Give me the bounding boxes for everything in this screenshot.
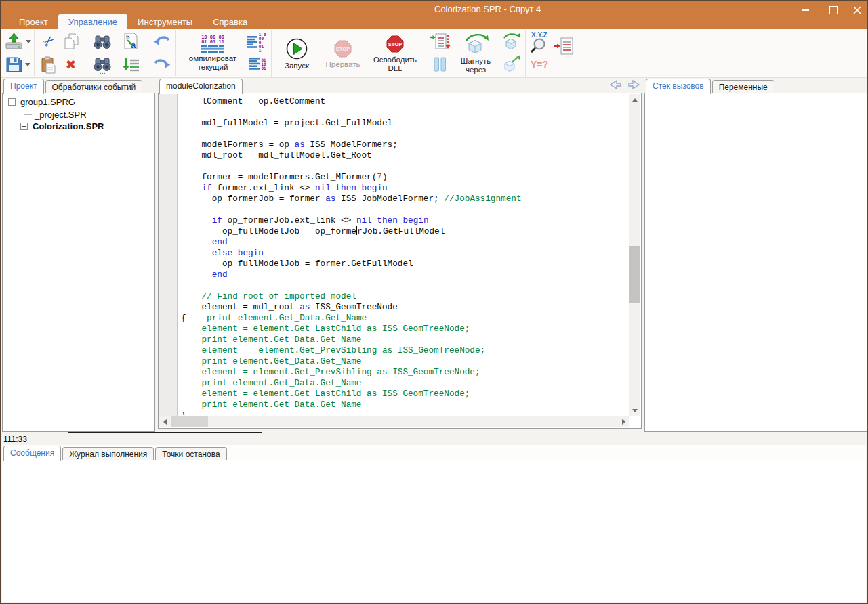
compile-icon: 10 00 0001 01 11 bbox=[201, 35, 224, 53]
goto-line-button[interactable] bbox=[120, 53, 142, 75]
compile-current-label: омпилироват текущий bbox=[185, 54, 241, 72]
tab-project[interactable]: Проект bbox=[3, 79, 44, 94]
break-button[interactable]: STOP Прервать bbox=[319, 37, 367, 70]
run-button[interactable]: Запуск bbox=[274, 36, 319, 71]
break-label: Прервать bbox=[326, 60, 360, 69]
run-to-cursor-cube-icon bbox=[501, 54, 522, 74]
stop-faded-icon: STOP bbox=[332, 38, 354, 60]
copy-button[interactable] bbox=[60, 30, 82, 52]
scroll-right-button[interactable] bbox=[618, 416, 629, 427]
replace-button[interactable]: b a bbox=[120, 30, 142, 52]
stop-red-icon: STOP bbox=[384, 33, 406, 55]
nav-back-icon[interactable] bbox=[609, 79, 622, 90]
tab-event-handlers[interactable]: Обработчики событий bbox=[45, 80, 143, 93]
run-icon bbox=[285, 37, 309, 61]
import-drive-icon bbox=[5, 33, 24, 50]
toolbar-group-inspect: X.Y.Z Y=? bbox=[526, 30, 580, 77]
vscroll-thumb[interactable] bbox=[629, 246, 640, 303]
paste-button[interactable] bbox=[38, 53, 60, 75]
goto-line-icon bbox=[122, 56, 140, 73]
watch-doc-icon bbox=[552, 37, 575, 58]
minimize-icon bbox=[802, 9, 809, 11]
find-button[interactable] bbox=[91, 30, 113, 52]
editor-vscrollbar[interactable] bbox=[629, 94, 640, 416]
delete-button[interactable]: ✖ bbox=[60, 53, 82, 75]
undo-button[interactable] bbox=[151, 30, 173, 52]
import-dropdown-caret[interactable] bbox=[26, 40, 31, 43]
nav-forward-icon[interactable] bbox=[627, 79, 640, 90]
undo-icon bbox=[152, 33, 171, 49]
toolbar-group-edit: ✂ ✖ bbox=[35, 30, 85, 77]
step-into-button[interactable] bbox=[429, 31, 451, 53]
save-icon bbox=[5, 56, 23, 73]
compile-all-button[interactable]: 1 000 001 1 bbox=[247, 32, 268, 53]
splitter-handle[interactable] bbox=[68, 432, 262, 433]
tab-call-stack[interactable]: Стек вызовов bbox=[646, 79, 711, 94]
minimize-button[interactable] bbox=[793, 3, 817, 17]
cut-button[interactable]: ✂ bbox=[38, 30, 60, 52]
tree-item-project-spr[interactable]: _project.SPR bbox=[35, 110, 87, 120]
hscroll-thumb[interactable] bbox=[171, 416, 208, 427]
scroll-down-button[interactable] bbox=[629, 405, 640, 416]
compile-current-button[interactable]: 10 00 0001 01 11 омпилироват текущий bbox=[179, 35, 247, 72]
maximize-button[interactable] bbox=[822, 3, 845, 17]
release-dll-button[interactable]: STOP Освободить DLL bbox=[367, 33, 423, 74]
toolbar-group-compile: 10 00 0001 01 11 омпилироват текущий bbox=[176, 30, 272, 77]
tab-messages[interactable]: Сообщения bbox=[3, 446, 61, 461]
tree-connector bbox=[24, 114, 32, 115]
import-button[interactable] bbox=[5, 33, 31, 50]
step-over-icon bbox=[461, 32, 491, 56]
y-eval-button[interactable]: Y=? bbox=[529, 53, 550, 75]
tree-expander-colorization[interactable] bbox=[20, 123, 28, 130]
svg-text:b: b bbox=[126, 34, 130, 41]
tab-variables[interactable]: Переменные bbox=[712, 80, 774, 93]
project-tree-panel[interactable]: group1.SPRG _project.SPR Colorization.SP… bbox=[2, 93, 155, 432]
replace-icon: b a bbox=[122, 32, 140, 51]
maximize-icon bbox=[829, 6, 838, 14]
menu-help[interactable]: Справка bbox=[203, 14, 257, 29]
svg-text:STOP: STOP bbox=[388, 41, 402, 47]
step-over-button[interactable]: Шагнуть через bbox=[451, 31, 501, 75]
tree-expander-group1[interactable] bbox=[8, 98, 16, 106]
toolbar-group-search: b a .. bbox=[85, 30, 148, 77]
redo-icon bbox=[152, 56, 171, 72]
xyz-search-button[interactable]: X.Y.Z bbox=[529, 31, 550, 53]
pause-icon bbox=[432, 56, 447, 72]
svg-text:a: a bbox=[131, 40, 136, 50]
code-area[interactable]: lComment = op.GetComment mdl_fullModel =… bbox=[181, 96, 628, 415]
find-next-button[interactable]: ... bbox=[91, 53, 113, 75]
step-out-button[interactable] bbox=[501, 31, 522, 53]
messages-panel-content bbox=[2, 460, 866, 602]
window-title: Colorization.SPR - Спрут 4 bbox=[434, 4, 541, 14]
bottom-panel: Сообщения Журнал выполнения Точки остано… bbox=[2, 445, 866, 602]
scroll-right-icon bbox=[622, 419, 625, 425]
menu-tools[interactable]: Инструменты bbox=[127, 14, 203, 29]
editor-hscrollbar[interactable] bbox=[159, 416, 629, 427]
close-button[interactable] bbox=[846, 3, 868, 17]
menu-control[interactable]: Управление bbox=[58, 14, 127, 29]
tab-execution-log[interactable]: Журнал выполнения bbox=[62, 447, 154, 460]
tree-item-colorization-spr[interactable]: Colorization.SPR bbox=[33, 121, 104, 131]
right-panel-tabs: Стек вызовов Переменные bbox=[646, 78, 776, 93]
toolbar: ✂ ✖ bbox=[1, 29, 867, 78]
scroll-left-button[interactable] bbox=[159, 416, 170, 427]
save-button[interactable] bbox=[5, 56, 30, 73]
tab-breakpoints[interactable]: Точки останова bbox=[155, 447, 226, 460]
release-dll-label: Освободить DLL bbox=[371, 56, 419, 73]
save-dropdown-caret[interactable] bbox=[25, 63, 30, 66]
run-to-cursor-button[interactable] bbox=[501, 53, 522, 75]
watch-button[interactable] bbox=[550, 34, 577, 61]
tab-module-colorization[interactable]: moduleColorization bbox=[159, 79, 243, 94]
call-stack-panel bbox=[644, 93, 867, 432]
toolbar-group-file bbox=[2, 30, 35, 76]
pause-button[interactable] bbox=[429, 53, 451, 75]
code-editor: lComment = op.GetComment mdl_fullModel =… bbox=[158, 93, 642, 429]
menu-project[interactable]: Проект bbox=[9, 14, 58, 29]
compile-project-button[interactable]: 011001 bbox=[247, 53, 268, 75]
scroll-up-button[interactable] bbox=[629, 94, 640, 105]
tree-item-group1[interactable]: group1.SPRG bbox=[20, 97, 75, 107]
titlebar: Colorization.SPR - Спрут 4 Проект Управл… bbox=[1, 1, 867, 29]
step-out-cube-icon bbox=[501, 32, 522, 52]
editor-tabs: moduleColorization bbox=[159, 78, 244, 93]
redo-button[interactable] bbox=[151, 53, 173, 75]
